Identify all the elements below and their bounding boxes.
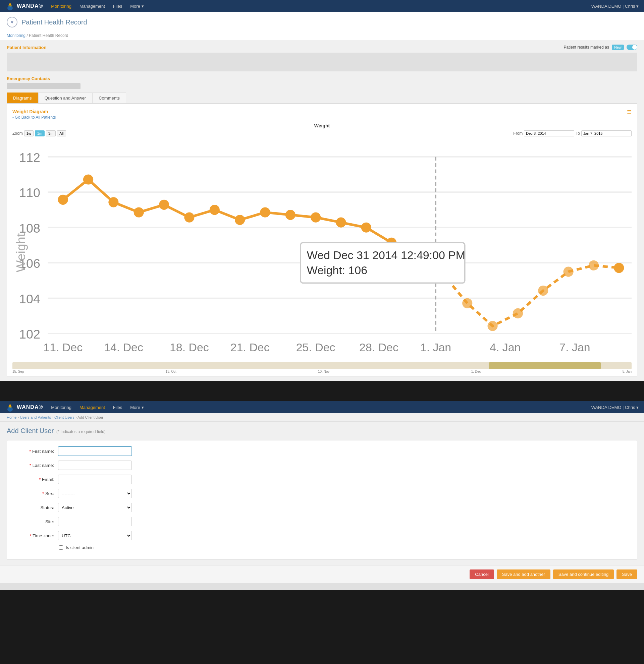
from-label: From <box>513 131 523 136</box>
bc2-current: Add Client User <box>78 415 103 419</box>
page-header: ♥ Patient Health Record <box>0 12 644 31</box>
svg-text:Wed Dec 31 2014 12:49:00 PM: Wed Dec 31 2014 12:49:00 PM <box>307 249 465 262</box>
breadcrumb-monitoring[interactable]: Monitoring <box>7 33 25 38</box>
nav-management[interactable]: Management <box>80 4 105 9</box>
sex-select[interactable]: --------- Male Female <box>58 489 132 498</box>
svg-point-24 <box>285 210 296 220</box>
svg-text:4. Jan: 4. Jan <box>490 341 521 354</box>
new-badge-prefix: Patient results marked as <box>564 45 609 49</box>
nav-user[interactable]: WANDA DEMO | Chris ▾ <box>591 4 639 9</box>
timezone-row: * Time zone: UTC EST CST PST <box>14 531 630 540</box>
nav-files[interactable]: Files <box>113 4 122 9</box>
health-icon: ♥ <box>7 17 17 27</box>
site-row: Site: <box>14 517 630 526</box>
zoom-row: Zoom 1w 1m 3m All <box>13 130 66 137</box>
save-button[interactable]: Save <box>617 569 637 579</box>
svg-text:Weight: Weight <box>14 233 28 272</box>
weight-chart-svg: 112 110 108 106 104 102 Weight <box>13 139 631 360</box>
zoom-1w[interactable]: 1w <box>24 130 34 137</box>
email-row: * Email: <box>14 475 630 484</box>
breadcrumb: Monitoring / Patient Health Record <box>0 31 644 40</box>
nav2-more[interactable]: More ▾ <box>130 405 144 410</box>
svg-text:110: 110 <box>19 186 40 200</box>
breadcrumb-current: Patient Health Record <box>29 33 68 38</box>
svg-point-23 <box>260 207 270 217</box>
status-row: Status: Active Inactive <box>14 503 630 512</box>
svg-text:102: 102 <box>19 327 40 341</box>
site-input[interactable] <box>58 517 132 526</box>
tab-comments[interactable]: Comments <box>92 92 126 103</box>
emergency-bar <box>7 83 81 89</box>
timeline-labels: 15. Sep 13. Oct 10. Nov 1. Dec 5. Jan <box>13 370 631 373</box>
svg-text:11. Dec: 11. Dec <box>43 341 82 354</box>
status-select[interactable]: Active Inactive <box>58 503 132 512</box>
client-admin-checkbox[interactable] <box>59 545 63 550</box>
site-label: Site: <box>14 519 54 524</box>
first-name-input[interactable] <box>58 447 132 456</box>
tl-jan: 5. Jan <box>623 370 631 373</box>
required-note: (* Indicates a required field) <box>56 429 106 434</box>
svg-text:1. Jan: 1. Jan <box>420 341 451 354</box>
nav2-files[interactable]: Files <box>113 405 122 410</box>
patient-info-header: Patient Information Patient results mark… <box>7 45 637 50</box>
svg-point-22 <box>235 215 245 225</box>
nav2-user[interactable]: WANDA DEMO | Chris ▾ <box>591 405 639 410</box>
svg-text:7. Jan: 7. Jan <box>559 341 590 354</box>
nav-more[interactable]: More ▾ <box>130 4 144 9</box>
zoom-1m[interactable]: 1m <box>35 130 45 137</box>
svg-text:Weight: 106: Weight: 106 <box>307 264 367 276</box>
wanda-flame-icon-2 <box>5 402 15 412</box>
new-badge: New <box>612 45 624 50</box>
first-name-row: * First name: <box>14 447 630 456</box>
wanda-flame-icon <box>5 1 15 11</box>
tab-diagrams[interactable]: Diagrams <box>7 92 38 103</box>
brand-2: WANDA® <box>5 402 43 412</box>
form-card: * First name: * Last name: * Email: <box>7 440 637 560</box>
email-input[interactable] <box>58 475 132 484</box>
save-another-button[interactable]: Save and add another <box>497 569 550 579</box>
chart-back-link[interactable]: - Go Back to All Patients <box>13 115 56 120</box>
to-date-input[interactable] <box>581 130 631 137</box>
timezone-label: * Time zone: <box>14 533 54 538</box>
svg-text:25. Dec: 25. Dec <box>296 341 336 354</box>
timeline-bar[interactable] <box>13 362 631 369</box>
svg-text:28. Dec: 28. Dec <box>359 341 399 354</box>
svg-point-32 <box>513 308 523 318</box>
svg-point-27 <box>361 223 371 233</box>
emergency-section: Emergency Contacts <box>7 76 637 89</box>
new-toggle[interactable] <box>627 45 637 50</box>
chart-title: Weight Diagram <box>13 109 56 114</box>
chart-container: Weight Diagram - Go Back to All Patients… <box>7 104 637 376</box>
chart-center-title: Weight <box>13 123 631 128</box>
breadcrumb-2: Home › Users and Patients › Client Users… <box>0 413 644 422</box>
save-continue-button[interactable]: Save and continue editing <box>553 569 614 579</box>
svg-point-17 <box>108 197 118 207</box>
nav2-monitoring[interactable]: Monitoring <box>51 405 72 410</box>
client-admin-label: Is client admin <box>66 545 94 550</box>
svg-point-18 <box>134 207 144 217</box>
svg-point-25 <box>310 212 321 223</box>
cancel-button[interactable]: Cancel <box>469 569 494 579</box>
brand: WANDA® <box>5 1 43 11</box>
chart-menu-icon[interactable]: ☰ <box>627 109 631 115</box>
zoom-3m[interactable]: 3m <box>46 130 56 137</box>
content-area: Patient Information Patient results mark… <box>0 40 644 381</box>
client-admin-row: Is client admin <box>14 545 630 550</box>
svg-point-15 <box>58 195 68 205</box>
bc2-home[interactable]: Home <box>7 415 16 419</box>
patient-info-label: Patient Information <box>7 45 46 50</box>
nav-monitoring[interactable]: Monitoring <box>51 4 72 9</box>
timezone-select[interactable]: UTC EST CST PST <box>58 531 132 540</box>
last-name-input[interactable] <box>58 460 132 470</box>
timeline-selection <box>489 362 600 369</box>
tl-oct: 13. Oct <box>166 370 177 373</box>
bc2-clients[interactable]: Client Users <box>54 415 75 419</box>
navbar-2: WANDA® Monitoring Management Files More … <box>0 401 644 413</box>
svg-text:18. Dec: 18. Dec <box>170 341 209 354</box>
tab-qa[interactable]: Question and Answer <box>38 92 93 103</box>
from-date-input[interactable] <box>524 130 574 137</box>
zoom-all[interactable]: All <box>57 130 66 137</box>
nav2-management[interactable]: Management <box>80 405 105 410</box>
page-title: Patient Health Record <box>21 18 87 26</box>
bc2-users[interactable]: Users and Patients <box>20 415 51 419</box>
